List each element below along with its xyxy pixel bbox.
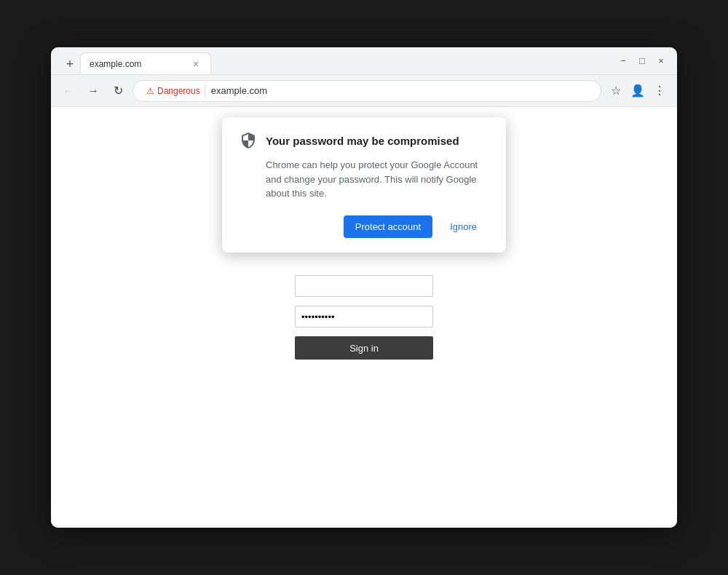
address-text: example.com: [211, 85, 267, 96]
ignore-button[interactable]: Ignore: [438, 215, 488, 238]
security-warning[interactable]: ⚠ Dangerous: [142, 84, 205, 98]
forward-icon: →: [87, 84, 99, 98]
profile-button[interactable]: 👤: [628, 81, 648, 101]
popup-body: Chrome can help you protect your Google …: [240, 158, 488, 201]
sign-in-button[interactable]: Sign in: [295, 336, 433, 360]
username-input[interactable]: [295, 275, 433, 297]
browser-window: + example.com × − □ × ← → ↻ ⚠ Dangerous: [51, 47, 677, 528]
active-tab[interactable]: example.com ×: [80, 52, 211, 74]
back-icon: ←: [63, 84, 74, 98]
login-form: Sign in: [295, 275, 433, 360]
protect-account-button[interactable]: Protect account: [344, 215, 432, 238]
profile-icon: 👤: [630, 84, 645, 98]
back-button[interactable]: ←: [58, 81, 79, 101]
minimize-button[interactable]: −: [616, 55, 630, 66]
new-tab-button[interactable]: +: [60, 54, 80, 74]
tab-close-button[interactable]: ×: [190, 58, 202, 70]
nav-bar: ← → ↻ ⚠ Dangerous example.com ☆ 👤 ⋮: [51, 75, 677, 107]
security-label: Dangerous: [157, 86, 200, 96]
forward-button[interactable]: →: [83, 81, 103, 101]
menu-icon: ⋮: [654, 84, 665, 98]
shield-icon: [240, 132, 257, 149]
maximize-button[interactable]: □: [635, 55, 649, 66]
bookmark-button[interactable]: ☆: [606, 81, 626, 101]
address-bar[interactable]: ⚠ Dangerous example.com: [132, 80, 601, 102]
close-button[interactable]: ×: [654, 55, 668, 66]
popup-header: Your password may be compromised: [240, 132, 488, 149]
nav-icon-group: ☆ 👤 ⋮: [606, 81, 670, 101]
reload-icon: ↻: [114, 84, 123, 98]
page-content: Your password may be compromised Chrome …: [51, 107, 677, 528]
menu-button[interactable]: ⋮: [649, 81, 670, 101]
popup-actions: Protect account Ignore: [240, 215, 488, 238]
bookmark-icon: ☆: [611, 84, 621, 98]
window-controls: − □ ×: [616, 55, 668, 66]
password-warning-popup: Your password may be compromised Chrome …: [222, 117, 506, 253]
warning-icon: ⚠: [146, 86, 154, 96]
password-input[interactable]: [295, 306, 433, 328]
tab-label: example.com: [90, 59, 141, 69]
reload-button[interactable]: ↻: [108, 81, 128, 101]
title-bar: + example.com × − □ ×: [51, 47, 677, 75]
tab-bar: + example.com ×: [60, 47, 610, 74]
popup-title: Your password may be compromised: [266, 135, 459, 147]
